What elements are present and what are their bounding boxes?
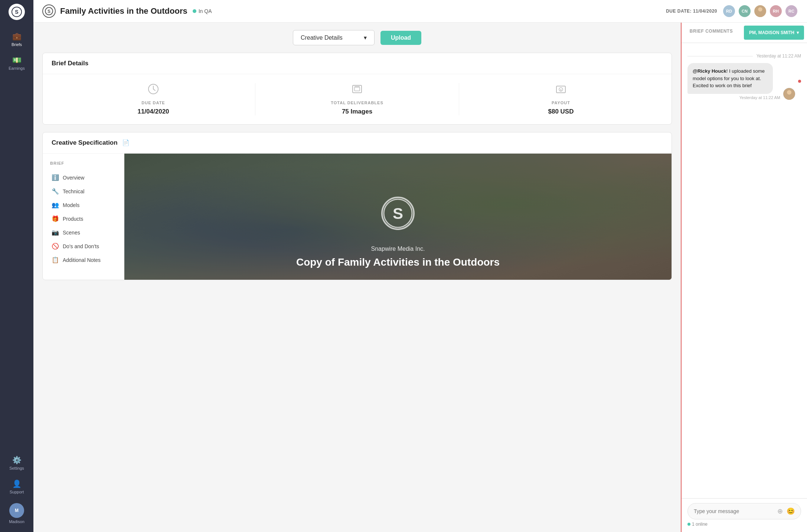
spec-nav: BRIEF ℹ️ Overview 🔧 Technical 👥 Models [43,154,124,280]
support-icon: 👤 [12,479,22,488]
sidebar-item-earnings[interactable]: 💵 Earnings [0,51,33,75]
svg-point-4 [758,7,762,12]
svg-point-5 [756,12,765,17]
payout-stat: $ PAYOUT $80 USD [459,83,663,115]
emoji-icon[interactable]: 😊 [787,507,795,515]
header-logo: S [42,4,56,18]
sidebar-logo[interactable]: S [9,4,25,20]
right-panel-tabs: BRIEF COMMENTS PM, MADISON SMITH ▾ [682,23,807,43]
unread-indicator [798,80,801,83]
toolbar: Creative Details ▾ Upload [42,30,672,45]
deliverables-stat-label: TOTAL DELIVERABLES [331,101,383,105]
spec-download-icon[interactable]: 📄 [122,139,130,146]
content-area: Creative Details ▾ Upload Brief Details [33,23,807,532]
payout-stat-value: $80 USD [548,108,574,115]
overview-icon: ℹ️ [52,174,59,181]
dropdown-label: Creative Details [301,35,343,41]
right-panel: BRIEF COMMENTS PM, MADISON SMITH ▾ Yeste… [681,23,807,532]
creative-spec-card: Creative Specification 📄 BRIEF ℹ️ Overvi… [42,132,672,280]
avatar-cn: CN [738,4,751,18]
sender-avatar [783,88,795,100]
svg-text:S: S [48,9,50,14]
models-icon: 👥 [52,201,59,208]
due-date-stat: DUE DATE 11/04/2020 [52,83,255,115]
sidebar-item-briefs[interactable]: 💼 Briefs [0,27,33,51]
spec-nav-label: BRIEF [49,161,118,165]
additional-notes-icon: 📋 [52,256,59,263]
avatar-rd: RD [722,4,736,18]
pm-tab-label: PM, MADISON SMITH [749,30,794,35]
due-date-label: DUE DATE: 11/04/2020 [666,9,717,14]
payout-stat-label: PAYOUT [552,101,570,105]
sidebar-item-label: Earnings [9,66,24,70]
main-panel: Creative Details ▾ Upload Brief Details [33,23,681,532]
avatar-photo [754,4,767,18]
brief-stats: DUE DATE 11/04/2020 TOTAL DELIVERABLES [43,74,672,124]
spec-nav-scenes[interactable]: 📷 Scenes [49,226,118,239]
spec-nav-products[interactable]: 🎁 Products [49,212,118,226]
dos-donts-icon: 🚫 [52,243,59,250]
page-header: S Family Activities in the Outdoors In Q… [33,0,807,23]
message-time: Yesterday at 11:22 AM [687,95,780,100]
due-date-stat-label: DUE DATE [141,101,165,105]
status-label: In QA [199,8,212,14]
spec-nav-models[interactable]: 👥 Models [49,198,118,212]
brief-details-title: Brief Details [43,53,672,74]
avatar-rh: RH [769,4,783,18]
online-indicator: 1 online [687,519,801,528]
divider-line [687,56,753,56]
due-date-stat-value: 11/04/2020 [137,108,169,115]
settings-icon: ⚙️ [12,456,22,464]
products-icon: 🎁 [52,215,59,222]
chat-area: Yesterday at 11:22 AM @Ricky Houck! I up… [682,43,807,498]
sidebar-item-user[interactable]: M Madison [0,499,33,528]
spec-brand: Snapwire Media Inc. [135,246,660,252]
spec-layout: BRIEF ℹ️ Overview 🔧 Technical 👥 Models [43,154,672,280]
chevron-down-icon: ▾ [364,34,367,41]
chat-input[interactable] [694,508,774,514]
spec-nav-overview-label: Overview [63,175,84,181]
chat-input-row: ⊕ 😊 [687,503,801,519]
tab-pm[interactable]: PM, MADISON SMITH ▾ [744,26,804,40]
creative-spec-title: Creative Specification 📄 [43,132,672,154]
earnings-icon: 💵 [12,56,22,65]
message-mention: @Ricky Houck [693,68,726,74]
avatar-rc: RC [785,4,798,18]
chat-time-divider: Yesterday at 11:22 AM [757,53,801,59]
sidebar-item-support[interactable]: 👤 Support [0,475,33,499]
upload-button[interactable]: Upload [380,31,421,45]
chevron-down-icon: ▾ [797,30,799,35]
briefs-icon: 💼 [12,32,22,41]
spec-nav-technical-label: Technical [63,188,84,194]
tab-brief-comments[interactable]: BRIEF COMMENTS [682,23,741,43]
spec-nav-products-label: Products [63,216,83,222]
spec-nav-dos-donts-label: Do's and Don'ts [63,243,99,249]
scenes-icon: 📷 [52,229,59,236]
svg-rect-10 [355,87,360,91]
spec-nav-technical[interactable]: 🔧 Technical [49,184,118,198]
spec-nav-models-label: Models [63,202,79,208]
due-date-icon [147,83,159,98]
payout-icon: $ [555,83,567,98]
chat-input-area: ⊕ 😊 1 online [682,498,807,532]
svg-text:S: S [393,205,403,222]
svg-text:S: S [15,9,18,15]
spec-image: S Snapwire Media Inc. Copy of Family Act… [124,154,672,280]
spec-logo: S [381,197,415,230]
main-content: S Family Activities in the Outdoors In Q… [33,0,807,532]
chat-divider: Yesterday at 11:22 AM [687,53,801,59]
spec-nav-additional-notes-label: Additional Notes [63,257,101,263]
spec-nav-additional-notes[interactable]: 📋 Additional Notes [49,253,118,267]
sidebar-item-settings[interactable]: ⚙️ Settings [0,451,33,475]
spec-nav-overview[interactable]: ℹ️ Overview [49,171,118,184]
sidebar-item-label: Settings [9,466,24,470]
deliverables-stat: TOTAL DELIVERABLES 75 Images [255,83,459,115]
creative-details-dropdown[interactable]: Creative Details ▾ [293,30,375,45]
spec-nav-dos-donts[interactable]: 🚫 Do's and Don'ts [49,239,118,253]
add-attachment-icon[interactable]: ⊕ [777,507,783,515]
deliverables-icon [351,83,363,98]
svg-text:$: $ [560,89,562,92]
online-dot [687,523,690,526]
user-avatar: M [9,503,24,518]
svg-point-18 [787,90,791,95]
